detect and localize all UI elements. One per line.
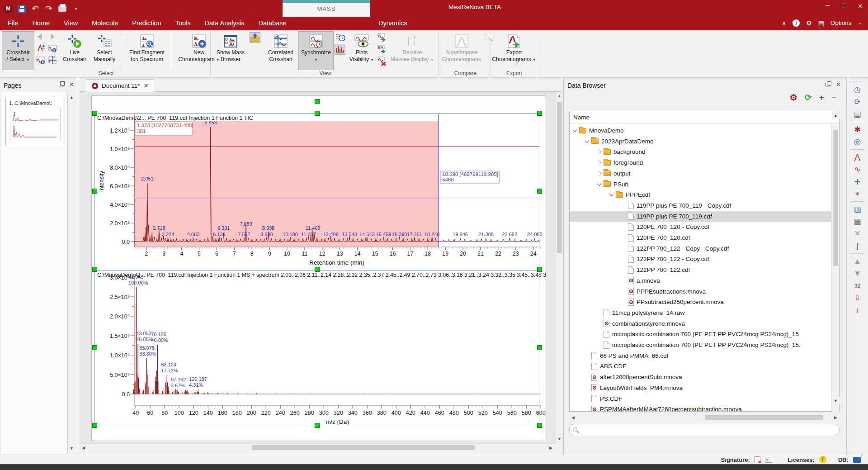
menu-item-molecule[interactable]: Molecule — [92, 19, 118, 27]
tree-row[interactable]: 122PP 700_122 - Copy - Copy.cdf — [570, 243, 831, 254]
plot-forward-icon[interactable] — [377, 32, 388, 43]
panels-icon[interactable]: ▤ — [818, 19, 824, 27]
menu-item-dynamics[interactable]: Dynamics — [378, 17, 407, 29]
save-icon[interactable] — [17, 4, 26, 13]
document-canvas[interactable]: 1.2×10⁹1.0×10⁹8.0×10⁸6.0×10⁸4.0×10⁸2.0×1… — [80, 92, 555, 443]
peaks-tool-icon[interactable]: ⋀ — [847, 151, 868, 163]
db-remove-icon[interactable]: − — [831, 93, 836, 102]
import-down-tool-icon[interactable]: ↓ — [847, 304, 868, 316]
document-vertical-scrollbar[interactable]: ▲ ▼ — [555, 92, 562, 443]
columns-tool-icon[interactable]: ▥ — [847, 203, 868, 215]
pages-close-icon[interactable]: ✕ — [69, 81, 74, 87]
selection-handle[interactable] — [537, 423, 542, 428]
collapse-icon[interactable] — [597, 181, 602, 186]
tree-row[interactable]: foreground — [570, 157, 831, 168]
tree-row[interactable]: LayoutWithFields_PM4.mnova — [570, 383, 831, 393]
selection-handle[interactable] — [537, 267, 542, 272]
document-horizontal-scrollbar[interactable]: ◀ ▶ — [80, 443, 555, 451]
tree-vscroll-thumb[interactable] — [833, 130, 838, 266]
plot-delete-icon[interactable] — [377, 56, 388, 66]
plots-visibility-button[interactable]: PlotsVisibility ▼ — [347, 31, 376, 70]
selection-handle[interactable] — [315, 99, 320, 104]
tree-row[interactable]: background — [570, 147, 831, 157]
forward-arrow[interactable] — [47, 31, 58, 42]
show-mass-browser-button[interactable]: Show MassBrowser — [212, 31, 249, 70]
menu-item-database[interactable]: Database — [258, 19, 286, 27]
tree-scroll-left[interactable]: ◀ — [569, 413, 577, 421]
pick-tool-icon[interactable]: ⌖ — [847, 188, 868, 200]
selection-handle[interactable] — [315, 423, 320, 428]
tree-row[interactable]: ABS.CDF — [570, 361, 831, 371]
dock-grip-handle[interactable]: ┄┄┄ — [847, 78, 868, 84]
tree-row[interactable]: 2023AprDataDemo — [570, 136, 831, 147]
tree-row[interactable]: PPsubtracted250percent.mnova — [570, 297, 831, 307]
selection-handle[interactable] — [537, 189, 542, 194]
tree-scroll-up[interactable]: ▲ — [832, 111, 840, 119]
favorites-tool-icon[interactable]: ✱ — [847, 123, 868, 136]
pages-float-icon[interactable] — [59, 83, 63, 86]
tree-hscroll-thumb[interactable] — [705, 415, 823, 420]
page-32-tool-icon[interactable]: 32 — [847, 280, 868, 292]
tree-row[interactable]: 120PE 700_120 - Copy.cdf — [570, 222, 831, 232]
sync-tool-icon[interactable]: ⟳ — [847, 96, 868, 108]
tree-row[interactable]: combinationstyrene.mnova — [570, 318, 831, 329]
pages-scroll-up[interactable]: ▲ — [68, 93, 75, 101]
export-chromatograms-button[interactable]: ExportChromatograms ▼ — [493, 31, 535, 70]
tree-vertical-scrollbar[interactable]: ▲ ▼ — [831, 124, 839, 412]
tree-row[interactable]: a.mnova — [570, 275, 831, 286]
history-tool-icon[interactable]: ◷ — [847, 84, 868, 96]
print-dropdown-icon[interactable]: ▾ — [71, 4, 80, 13]
tree-row[interactable]: 119PP plus PE 700_119 - Copy.cdf — [570, 200, 831, 211]
back-arrow[interactable] — [34, 31, 45, 42]
tree-row[interactable]: 122PP 700_122.cdf — [570, 265, 831, 275]
selection-handle[interactable] — [92, 423, 97, 428]
minimize-button[interactable] — [825, 3, 831, 9]
tree-scroll-right[interactable]: ▶ — [832, 413, 840, 421]
tree-row[interactable]: PS.CDF — [570, 394, 831, 404]
menu-item-data-analysis[interactable]: Data Analysis — [205, 19, 245, 27]
menu-item-home[interactable]: Home — [32, 19, 50, 27]
live-crosshair-button[interactable]: LiveCrosshair — [60, 31, 90, 70]
export-down-tool-icon[interactable]: ⇩ — [847, 292, 868, 304]
doc-scroll-down[interactable]: ▼ — [556, 435, 563, 442]
selection-handle[interactable] — [92, 267, 97, 272]
tree-row[interactable]: PPPEsubtractions.mnova — [570, 286, 831, 297]
document-tab-close-icon[interactable]: ✕ — [144, 83, 149, 89]
menu-item-prediction[interactable]: Prediction — [132, 19, 161, 27]
tree-row[interactable]: microplastic combination 700 (PE PET PP … — [570, 329, 831, 339]
doc-vscroll-thumb[interactable] — [557, 102, 562, 253]
crosshair-select-button[interactable]: Crosshair/ Select ▼ — [2, 31, 34, 70]
clear-tool-icon[interactable]: ✕ — [847, 228, 868, 240]
settings-gear-icon[interactable]: ⚙ — [806, 19, 812, 27]
close-button[interactable]: ✕ — [857, 3, 863, 9]
table-tool-icon[interactable]: ▦ — [847, 215, 868, 228]
retention-times-icon[interactable] — [335, 32, 345, 43]
tree-row[interactable]: microplastic combination 700 (PE PET PP … — [570, 340, 831, 350]
tree-search-field[interactable] — [569, 424, 840, 435]
tree-row[interactable]: after12000percentSubt.mnova — [570, 372, 831, 382]
print-icon[interactable] — [58, 4, 67, 13]
expand-icon[interactable] — [597, 150, 602, 154]
doc-scroll-right[interactable]: ▶ — [547, 444, 555, 451]
data-browser-close-icon[interactable]: ✕ — [836, 81, 841, 87]
collapse-icon[interactable] — [573, 128, 577, 132]
align-grid-icon[interactable] — [47, 55, 58, 66]
tree-column-header[interactable]: Name — [570, 111, 839, 124]
db-connected-icon[interactable] — [853, 457, 861, 463]
maximize-button[interactable] — [841, 3, 847, 9]
db-refresh-icon[interactable]: ⟳ — [805, 93, 812, 102]
db-add-icon[interactable]: + — [819, 93, 824, 102]
doc-scroll-up[interactable]: ▲ — [556, 92, 563, 100]
import-export-icon[interactable] — [250, 32, 260, 43]
tree-row[interactable]: 11mcg polystyrene_14.raw — [570, 308, 831, 318]
data-browser-float-icon[interactable] — [826, 83, 830, 86]
plot-forward-locked-icon[interactable] — [377, 44, 388, 55]
collapse-icon[interactable] — [585, 138, 590, 143]
selection-handle[interactable] — [92, 189, 97, 194]
move-down-tool-icon[interactable]: ▼ — [847, 267, 868, 280]
collapse-ribbon-icon[interactable]: ∧ — [782, 19, 786, 27]
select-manually-button[interactable]: SelectManually — [90, 31, 119, 70]
tree-row[interactable]: 122PP 700_122 - Copy.cdf — [570, 254, 831, 264]
crosshair-tool-icon[interactable]: + — [847, 176, 868, 188]
tree-row[interactable]: PPPEcdf — [570, 190, 831, 200]
